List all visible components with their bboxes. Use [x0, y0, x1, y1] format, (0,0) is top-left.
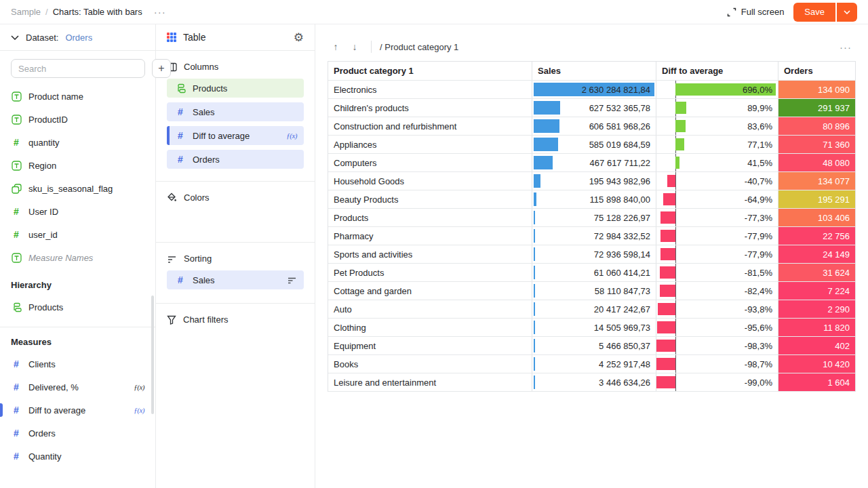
drill-up-button[interactable]: ↑	[328, 41, 344, 52]
diff-cell[interactable]: -98,7%	[656, 355, 778, 373]
field-pill[interactable]: # Sales	[167, 102, 304, 121]
category-cell[interactable]: Appliances	[328, 136, 532, 153]
category-cell[interactable]: Equipment	[328, 337, 532, 354]
field-item[interactable]: Measure Names	[0, 246, 155, 269]
save-button[interactable]: Save	[793, 3, 835, 22]
field-item[interactable]: Product name	[0, 85, 155, 108]
orders-cell[interactable]: 24 149	[778, 245, 855, 263]
drill-down-button[interactable]: ↓	[347, 41, 363, 52]
sales-cell[interactable]: 58 110 847,73	[532, 282, 656, 300]
sales-cell[interactable]: 627 532 365,78	[532, 99, 656, 117]
diff-cell[interactable]: -82,4%	[656, 282, 778, 300]
category-cell[interactable]: Sports and activities	[328, 245, 532, 263]
field-item[interactable]: ProductID	[0, 108, 155, 131]
category-cell[interactable]: Cottage and garden	[328, 282, 532, 300]
chart-menu-icon[interactable]: ···	[840, 41, 856, 53]
diff-cell[interactable]: -40,7%	[656, 172, 778, 190]
chart-type-label[interactable]: Table	[183, 32, 287, 43]
category-cell[interactable]: Construction and refurbishment	[328, 117, 532, 135]
field-item[interactable]: # Quantity	[0, 445, 155, 468]
sales-cell[interactable]: 72 936 598,14	[532, 245, 656, 263]
category-cell[interactable]: Computers	[328, 154, 532, 171]
orders-cell[interactable]: 195 291	[778, 190, 855, 208]
orders-cell[interactable]: 1 604	[778, 373, 855, 391]
breadcrumb-root[interactable]: Sample	[11, 7, 41, 17]
chart-filters-section[interactable]: Chart filters	[156, 303, 315, 488]
sales-cell[interactable]: 14 505 969,73	[532, 319, 656, 336]
table-header-cell[interactable]: Product category 1	[328, 62, 532, 80]
diff-cell[interactable]: -64,9%	[656, 190, 778, 208]
table-header-cell[interactable]: Orders	[778, 62, 855, 80]
diff-cell[interactable]: 41,5%	[656, 154, 778, 171]
sales-cell[interactable]: 75 128 226,97	[532, 209, 656, 226]
field-item[interactable]: Products	[0, 296, 155, 319]
orders-cell[interactable]: 2 290	[778, 300, 855, 318]
add-field-button[interactable]: +	[152, 59, 171, 78]
field-item[interactable]: # Orders	[0, 422, 155, 445]
breadcrumb-menu-icon[interactable]: ···	[154, 9, 166, 16]
orders-cell[interactable]: 11 820	[778, 319, 855, 336]
diff-cell[interactable]: -77,9%	[656, 245, 778, 263]
orders-cell[interactable]: 291 937	[778, 99, 855, 117]
sort-direction-icon[interactable]	[288, 277, 297, 284]
diff-cell[interactable]: -77,3%	[656, 209, 778, 226]
sales-cell[interactable]: 5 466 850,37	[532, 337, 656, 354]
orders-cell[interactable]: 103 406	[778, 209, 855, 226]
category-cell[interactable]: Children's products	[328, 99, 532, 117]
orders-cell[interactable]: 7 224	[778, 282, 855, 300]
diff-cell[interactable]: -99,0%	[656, 373, 778, 391]
gear-icon[interactable]: ⚙	[294, 30, 304, 45]
orders-cell[interactable]: 402	[778, 337, 855, 354]
orders-cell[interactable]: 10 420	[778, 355, 855, 373]
sales-cell[interactable]: 72 984 332,52	[532, 227, 656, 245]
dataset-header[interactable]: Dataset: Orders	[0, 24, 155, 51]
diff-cell[interactable]: 77,1%	[656, 136, 778, 153]
category-cell[interactable]: Beauty Products	[328, 190, 532, 208]
chevron-down-icon[interactable]	[11, 35, 19, 40]
sales-cell[interactable]: 195 943 982,96	[532, 172, 656, 190]
full-screen-button[interactable]: Full screen	[727, 7, 785, 17]
sales-cell[interactable]: 61 060 414,21	[532, 264, 656, 281]
field-item[interactable]: # Diff to average ƒ(x)	[0, 399, 155, 422]
diff-cell[interactable]: -93,8%	[656, 300, 778, 318]
field-item[interactable]: Region	[0, 154, 155, 177]
sales-cell[interactable]: 3 446 634,26	[532, 373, 656, 391]
diff-cell[interactable]: -81,5%	[656, 264, 778, 281]
orders-cell[interactable]: 71 360	[778, 136, 855, 153]
field-item[interactable]: # Delivered, % ƒ(x)	[0, 375, 155, 399]
table-header-cell[interactable]: Diff to average	[656, 62, 778, 80]
category-cell[interactable]: Electronics	[328, 81, 532, 98]
field-item[interactable]: # User ID	[0, 200, 155, 223]
category-cell[interactable]: Books	[328, 355, 532, 373]
sales-cell[interactable]: 20 417 242,67	[532, 300, 656, 318]
field-pill[interactable]: Products	[167, 79, 304, 98]
sales-cell[interactable]: 4 252 917,48	[532, 355, 656, 373]
diff-cell[interactable]: 89,9%	[656, 99, 778, 117]
category-cell[interactable]: Products	[328, 209, 532, 226]
sales-cell[interactable]: 115 898 840,00	[532, 190, 656, 208]
diff-cell[interactable]: 696,0%	[656, 81, 778, 98]
category-cell[interactable]: Household Goods	[328, 172, 532, 190]
orders-cell[interactable]: 134 090	[778, 81, 855, 98]
category-cell[interactable]: Leisure and entertainment	[328, 373, 532, 391]
field-pill[interactable]: # Sales	[167, 270, 304, 289]
table-header-cell[interactable]: Sales	[532, 62, 656, 80]
search-input[interactable]	[11, 59, 145, 78]
sales-cell[interactable]: 2 630 284 821,84	[532, 81, 656, 98]
category-cell[interactable]: Auto	[328, 300, 532, 318]
drill-breadcrumb[interactable]: / Product category 1	[380, 42, 458, 52]
field-item[interactable]: # quantity	[0, 131, 155, 154]
field-item[interactable]: # Clients	[0, 352, 155, 375]
diff-cell[interactable]: -95,6%	[656, 319, 778, 336]
sales-cell[interactable]: 606 581 968,26	[532, 117, 656, 135]
field-pill[interactable]: # Diff to average ƒ(x)	[167, 126, 304, 145]
sidebar-scrollbar[interactable]	[151, 296, 154, 414]
orders-cell[interactable]: 22 756	[778, 227, 855, 245]
dataset-link[interactable]: Orders	[65, 33, 92, 43]
sales-cell[interactable]: 585 019 684,59	[532, 136, 656, 153]
diff-cell[interactable]: -77,9%	[656, 227, 778, 245]
field-pill[interactable]: # Orders	[167, 150, 304, 169]
category-cell[interactable]: Pharmacy	[328, 227, 532, 245]
category-cell[interactable]: Pet Products	[328, 264, 532, 281]
colors-section[interactable]: Colors	[156, 181, 315, 242]
